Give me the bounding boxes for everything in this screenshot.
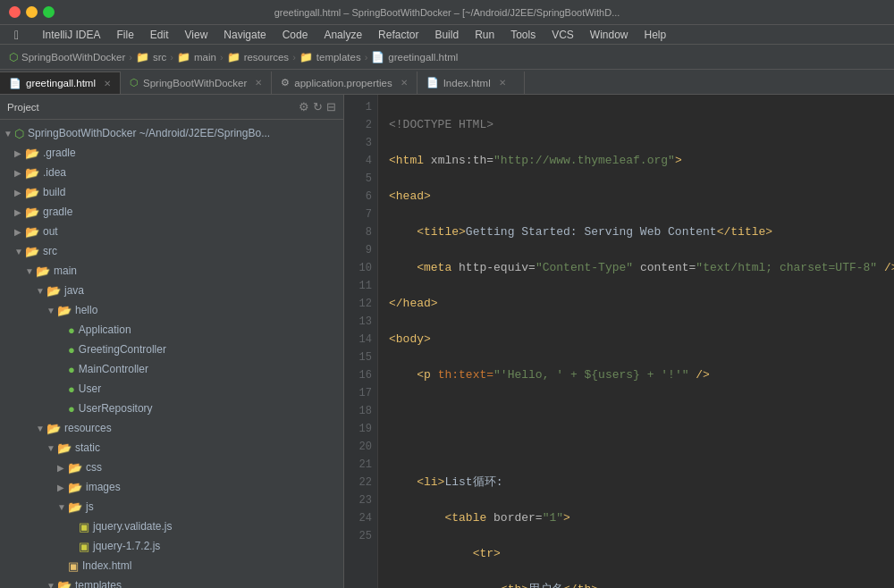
tree-item-hello[interactable]: ▼ 📂 hello: [0, 300, 343, 320]
menu-analyze[interactable]: Analyze: [316, 27, 369, 43]
tree-item-application[interactable]: ● Application: [0, 320, 343, 340]
out-folder-icon: 📂: [25, 225, 39, 239]
tree-item-user[interactable]: ● User: [0, 379, 343, 399]
tab-label-springboot: SpringBootWithDocker: [143, 78, 247, 88]
breadcrumb-templates[interactable]: 📁 templates: [299, 51, 361, 63]
tree-item-images[interactable]: ▶ 📂 images: [0, 477, 343, 497]
idea-arrow: ▶: [14, 168, 25, 178]
tree-item-build[interactable]: ▶ 📂 build: [0, 182, 343, 202]
settings-icon[interactable]: ⚙: [299, 100, 309, 113]
tab-close-3[interactable]: ✕: [401, 78, 408, 88]
code-area[interactable]: 1 2 3 4 5 6 7 8 9 10 11 12 13 14 15 16 1…: [344, 95, 894, 588]
tree-item-resources[interactable]: ▼ 📂 resources: [0, 418, 343, 438]
tab-springboot[interactable]: ⬡ SpringBootWithDocker ✕: [121, 71, 272, 94]
out-label: out: [43, 225, 58, 238]
menu-edit[interactable]: Edit: [143, 27, 176, 43]
css-folder-icon: 📂: [68, 461, 82, 475]
menu-help[interactable]: Help: [637, 27, 674, 43]
idx-icon: ▣: [68, 559, 79, 573]
menu-view[interactable]: View: [178, 27, 215, 43]
traffic-lights[interactable]: [9, 6, 55, 18]
tree-item-src[interactable]: ▼ 📂 src: [0, 241, 343, 261]
tree-item-out[interactable]: ▶ 📂 out: [0, 222, 343, 241]
tab-close-1[interactable]: ✕: [104, 79, 111, 88]
close-button[interactable]: [9, 6, 21, 18]
ln-9: 9: [348, 241, 372, 259]
tree-item-mainctrl[interactable]: ● MainController: [0, 359, 343, 379]
tab-greetingall[interactable]: 📄 greetingall.html ✕: [0, 71, 121, 94]
ln-22: 22: [348, 474, 372, 491]
breadcrumb-sep-1: ›: [129, 52, 132, 63]
tab-close-2[interactable]: ✕: [255, 78, 262, 88]
tab-index[interactable]: 📄 Index.html ✕: [417, 71, 525, 94]
ur-arrow: [57, 404, 68, 414]
ln-18: 18: [348, 402, 372, 420]
tree-item-static[interactable]: ▼ 📂 static: [0, 438, 343, 458]
tree-item-gradle[interactable]: ▶ 📂 .gradle: [0, 143, 343, 163]
maximize-button[interactable]: [43, 6, 55, 18]
gradle-arrow: ▶: [14, 148, 25, 158]
hello-label: hello: [75, 304, 97, 316]
ln-13: 13: [348, 313, 372, 331]
build-label: build: [43, 186, 65, 198]
menu-run[interactable]: Run: [468, 27, 502, 43]
collapse-icon[interactable]: ⊟: [326, 100, 336, 113]
apple-menu[interactable]: : [7, 26, 26, 44]
tree-item-indexhtml[interactable]: ▣ Index.html: [0, 556, 343, 575]
breadcrumb-main[interactable]: 📁 main: [177, 51, 216, 63]
ln-7: 7: [348, 206, 372, 223]
tree-item-js[interactable]: ▼ 📂 js: [0, 497, 343, 517]
html-icon: 📄: [371, 51, 384, 63]
sidebar: Project ⚙ ↻ ⊟ ▼ ⬡ SpringBootWithDocker ~…: [0, 95, 344, 588]
img-folder-icon: 📂: [68, 481, 82, 494]
code-content[interactable]: <!DOCTYPE HTML> <html xmlns:th="http://w…: [378, 95, 894, 588]
js-folder-icon: 📂: [68, 500, 82, 514]
tree-item-jq172[interactable]: ▣ jquery-1.7.2.js: [0, 536, 343, 556]
menu-tools[interactable]: Tools: [503, 27, 543, 43]
project-panel-title: Project: [7, 102, 39, 113]
tree-item-userrepo[interactable]: ● UserRepository: [0, 399, 343, 418]
menu-window[interactable]: Window: [583, 27, 636, 43]
breadcrumb-file-label: greetingall.html: [388, 52, 458, 63]
breadcrumb-src[interactable]: 📁 src: [136, 51, 166, 63]
hello-arrow: ▼: [46, 306, 57, 315]
main-arrow: ▼: [25, 266, 36, 276]
menu-build[interactable]: Build: [427, 27, 466, 43]
menu-bar:  IntelliJ IDEA File Edit View Navigate …: [0, 25, 894, 45]
code-line-13: <tr>: [389, 545, 894, 563]
tree-item-gradle2[interactable]: ▶ 📂 gradle: [0, 202, 343, 222]
tab-appprops[interactable]: ⚙ application.properties ✕: [272, 71, 417, 94]
menu-code[interactable]: Code: [275, 27, 316, 43]
menu-navigate[interactable]: Navigate: [216, 27, 273, 43]
breadcrumb-project[interactable]: ⬡ SpringBootWithDocker: [9, 51, 125, 63]
tree-item-jqvalidate[interactable]: ▣ jquery.validate.js: [0, 517, 343, 536]
breadcrumb-project-label: SpringBootWithDocker: [21, 52, 125, 63]
ln-4: 4: [348, 152, 372, 170]
menu-vcs[interactable]: VCS: [544, 27, 581, 43]
static-folder-icon: 📂: [57, 441, 72, 455]
tree-item-main[interactable]: ▼ 📂 main: [0, 261, 343, 281]
menu-file[interactable]: File: [109, 27, 140, 43]
menu-refactor[interactable]: Refactor: [371, 27, 426, 43]
folder-icon-3: 📁: [227, 51, 240, 63]
code-line-2: <html xmlns:th="http://www.thymeleaf.org…: [389, 152, 894, 170]
menu-intellij[interactable]: IntelliJ IDEA: [35, 27, 107, 43]
gradle2-folder-icon: 📂: [25, 206, 39, 219]
tpl-arrow: ▼: [46, 581, 57, 589]
sync-icon[interactable]: ↻: [313, 100, 323, 113]
minimize-button[interactable]: [26, 6, 38, 18]
breadcrumb-resources[interactable]: 📁 resources: [227, 51, 290, 63]
tree-item-java[interactable]: ▼ 📂 java: [0, 281, 343, 300]
tree-item-greetingctrl[interactable]: ● GreetingController: [0, 340, 343, 359]
tree-item-templates[interactable]: ▼ 📂 templates: [0, 575, 343, 588]
code-line-1: <!DOCTYPE HTML>: [389, 116, 894, 134]
user-icon: ●: [68, 382, 75, 396]
tree-item-css[interactable]: ▶ 📂 css: [0, 458, 343, 477]
js-label: js: [86, 500, 94, 513]
breadcrumb: ⬡ SpringBootWithDocker › 📁 src › 📁 main …: [0, 45, 894, 70]
tab-close-4[interactable]: ✕: [499, 78, 506, 88]
tree-item-idea[interactable]: ▶ 📂 .idea: [0, 163, 343, 182]
breadcrumb-file[interactable]: 📄 greetingall.html: [371, 51, 458, 63]
tree-root[interactable]: ▼ ⬡ SpringBootWithDocker ~/Android/J2EE/…: [0, 123, 343, 143]
gradle2-label: gradle: [43, 206, 72, 218]
